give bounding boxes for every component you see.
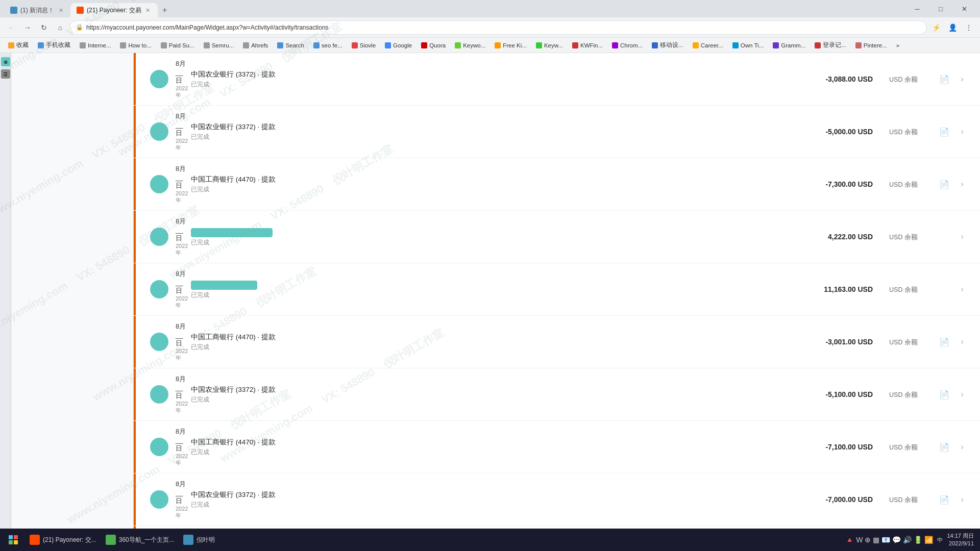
bookmark-9[interactable]: seo fe... <box>309 40 347 51</box>
bookmark-15[interactable]: Keyw... <box>532 40 567 51</box>
home-button[interactable]: ⌂ <box>53 20 67 35</box>
extensions-button[interactable]: ⚡ <box>929 20 943 35</box>
transaction-row[interactable]: 8月__日 2022年 已完成 4,222.00 USD <box>134 211 980 263</box>
bookmark-5[interactable]: Paid Su... <box>157 40 199 51</box>
transaction-row[interactable]: 8月__日 2022年 中国农业银行 (3372) · 提款 已完成 -3,08… <box>134 53 980 106</box>
transaction-row[interactable]: 8月__日 2022年 中国农业银行 (3372) · 提款 已完成 -5,10… <box>134 368 980 421</box>
date-column: 8月__日 2022年 <box>144 59 185 99</box>
amount-value: -7,300.00 USD <box>825 180 873 188</box>
bookmark-21[interactable]: Gramm... <box>769 40 810 51</box>
close-button[interactable]: ✕ <box>952 0 976 17</box>
transaction-row[interactable]: 8月__日 2022年 中国工商银行 (4470) · 提款 已完成 -6,50… <box>134 526 980 529</box>
bookmark-23[interactable]: Pintere... <box>851 40 891 51</box>
arrow-column[interactable]: › <box>954 74 970 84</box>
arrow-column[interactable]: › <box>954 127 970 136</box>
taskbar-item-2[interactable]: 360导航_一个主页... <box>102 530 179 550</box>
bookmark-5-icon <box>161 42 167 48</box>
description-column: 中国工商银行 (4470) · 提款 已完成 <box>185 438 791 457</box>
document-icon: 📄 <box>939 495 949 504</box>
arrow-column[interactable]: › <box>954 285 970 294</box>
transaction-area[interactable]: 8月__日 2022年 中国农业银行 (3372) · 提款 已完成 -3,08… <box>134 53 980 529</box>
tab-1-favicon <box>10 7 17 14</box>
bookmark-7[interactable]: Ahrefs <box>239 40 272 51</box>
sidebar-icon-2[interactable]: ☰ <box>1 69 10 79</box>
tab-1[interactable]: (1) 新消息！ ✕ <box>4 3 70 17</box>
transaction-title: 中国农业银行 (3372) · 提款 <box>191 490 785 499</box>
bookmark-8-icon <box>277 42 283 48</box>
bookmark-11[interactable]: Google <box>381 40 416 51</box>
sidebar-icon-1[interactable]: ⊕ <box>1 57 10 66</box>
tray-icon-2: W <box>856 536 863 544</box>
bookmark-star[interactable]: 收藏 <box>4 40 33 51</box>
date-column: 8月__日 2022年 <box>144 322 185 362</box>
bookmark-16[interactable]: KWFin... <box>568 40 607 51</box>
amount-column: -7,000.00 USD <box>791 495 873 504</box>
arrow-column[interactable]: › <box>954 337 970 346</box>
tab-2[interactable]: (21) Payoneer: 交易 ✕ <box>70 3 158 17</box>
transaction-row[interactable]: 8月__日 2022年 中国农业银行 (3372) · 提款 已完成 -5,00… <box>134 106 980 158</box>
bookmark-3[interactable]: Interne... <box>76 40 115 51</box>
bookmark-14-icon <box>495 42 501 48</box>
doc-icon-column: 📄 <box>934 442 954 452</box>
bookmark-13[interactable]: Keywo... <box>451 40 489 51</box>
start-button[interactable] <box>2 529 24 551</box>
back-button[interactable]: ← <box>4 20 18 35</box>
balance-tag: USD 余额 <box>889 129 918 136</box>
maximize-button[interactable]: □ <box>929 0 952 17</box>
bookmark-8[interactable]: Search <box>273 40 308 51</box>
bookmark-20[interactable]: Own Ti... <box>728 40 768 51</box>
date-column: 8月__日 2022年 <box>144 480 185 519</box>
arrow-column[interactable]: › <box>954 442 970 452</box>
reload-button[interactable]: ↻ <box>37 20 51 35</box>
balance-tag: USD 余额 <box>889 496 918 504</box>
arrow-column[interactable]: › <box>954 180 970 189</box>
transaction-list: 8月__日 2022年 中国农业银行 (3372) · 提款 已完成 -3,08… <box>134 53 980 529</box>
arrow-column[interactable]: › <box>954 390 970 399</box>
address-bar[interactable]: 🔒 https://myaccount.payoneer.com/MainPag… <box>69 20 927 35</box>
transaction-row[interactable]: 8月__日 2022年 中国工商银行 (4470) · 提款 已完成 -3,00… <box>134 316 980 368</box>
date-column: 8月__日 2022年 <box>144 427 185 467</box>
bookmark-4[interactable]: How to... <box>116 40 155 51</box>
more-bookmarks[interactable]: » <box>892 40 903 51</box>
bookmark-12[interactable]: Quora <box>417 40 450 51</box>
bookmark-19[interactable]: Career... <box>689 40 727 51</box>
tray-icon-4: ▦ <box>873 536 879 544</box>
bookmark-4-icon <box>120 42 126 48</box>
profile-button[interactable]: 👤 <box>945 20 960 35</box>
avatar <box>150 122 168 141</box>
transaction-row[interactable]: 8月__日 2022年 已完成 11,163.00 USD <box>134 263 980 316</box>
transaction-status: 已完成 <box>191 395 785 404</box>
left-border <box>134 526 136 529</box>
transaction-row[interactable]: 8月__日 2022年 中国工商银行 (4470) · 提款 已完成 -7,10… <box>134 421 980 473</box>
taskbar-item-1[interactable]: (21) Payoneer: 交... <box>26 530 101 550</box>
bookmark-6[interactable]: Semru... <box>200 40 238 51</box>
bookmark-19-label: Career... <box>701 42 723 48</box>
bookmark-10[interactable]: Siovle <box>348 40 380 51</box>
bookmark-17[interactable]: Chrom... <box>608 40 647 51</box>
bookmark-phone[interactable]: 手机收藏 <box>34 40 75 51</box>
bookmark-22[interactable]: 登录记... <box>811 40 850 51</box>
tab-2-close[interactable]: ✕ <box>144 7 152 14</box>
taskbar-item-3-label: 倪叶明 <box>197 536 215 544</box>
amount-value: 4,222.00 USD <box>828 233 873 241</box>
minimize-button[interactable]: ─ <box>905 0 929 17</box>
bookmark-18[interactable]: 移动设... <box>648 40 688 51</box>
bookmark-21-icon <box>773 42 779 48</box>
page-area: 8月__日 2022年 中国农业银行 (3372) · 提款 已完成 -3,08… <box>11 53 980 529</box>
bookmark-8-label: Search <box>285 42 304 48</box>
new-tab-button[interactable]: + <box>158 3 172 17</box>
taskbar-item-3[interactable]: 倪叶明 <box>179 530 219 550</box>
arrow-column[interactable]: › <box>954 232 970 241</box>
forward-button[interactable]: → <box>20 20 35 35</box>
bookmark-14[interactable]: Free Ki... <box>491 40 531 51</box>
transaction-row[interactable]: 8月__日 2022年 中国农业银行 (3372) · 提款 已完成 -7,00… <box>134 473 980 526</box>
document-icon: 📄 <box>939 443 949 452</box>
left-border <box>134 316 136 368</box>
description-column: 已完成 <box>185 227 791 247</box>
menu-button[interactable]: ⋮ <box>962 20 976 35</box>
tray-icon-8: 🔋 <box>914 536 922 544</box>
tab-1-close[interactable]: ✕ <box>57 7 64 14</box>
arrow-column[interactable]: › <box>954 495 970 504</box>
transaction-row[interactable]: 8月__日 2022年 中国工商银行 (4470) · 提款 已完成 -7,30… <box>134 158 980 211</box>
bookmark-18-label: 移动设... <box>660 41 683 49</box>
